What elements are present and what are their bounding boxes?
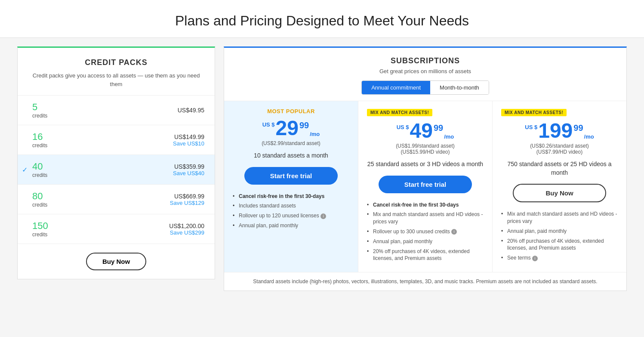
credit-packs-panel: CREDIT PACKS Credit packs give you acces… — [17, 46, 215, 279]
feature-item: Cancel risk-free in the first 30-days — [367, 200, 484, 210]
credit-packs-subtitle: Credit packs give you access to all asse… — [26, 71, 206, 88]
plan-popular-cta-button[interactable]: Start free trial — [244, 167, 338, 185]
price-main: 29 — [276, 118, 299, 139]
info-icon[interactable]: i — [451, 229, 457, 235]
credit-price: US$359.99 — [173, 163, 204, 170]
info-icon[interactable]: i — [320, 213, 326, 219]
feature-item: Includes standard assets — [233, 201, 349, 211]
credit-amount: 16 credits — [28, 131, 47, 148]
credit-save: Save US$40 — [173, 170, 204, 176]
plan-col-popular: MOST POPULAR US $ 29 99 /mo (US$2.99/sta… — [224, 101, 358, 272]
features-list: Cancel risk-free in the first 30-daysInc… — [233, 192, 349, 231]
price-line: US $ 199 99 /mo — [501, 121, 618, 141]
plan-description: 10 standard assets a month — [233, 151, 349, 160]
credit-row-150[interactable]: 150 credits US$1,200.00 Save US$299 — [18, 214, 215, 244]
feature-item: Annual plan, paid monthly — [367, 237, 484, 247]
credit-price: US$1,200.00 — [169, 223, 204, 229]
price-block: US $ 29 99 /mo — [233, 118, 349, 139]
credit-row-40[interactable]: ✓ 40 credits US$359.99 Save US$40 — [18, 155, 215, 185]
credit-label: credits — [32, 172, 47, 178]
feature-item: Mix and match standard assets and HD vid… — [367, 210, 484, 227]
price-main: 199 — [538, 121, 573, 141]
feature-item: 20% off purchases of 4K videos, extended… — [501, 236, 618, 254]
subscriptions-title: SUBSCRIPTIONS — [233, 56, 618, 65]
credit-label: credits — [32, 232, 48, 238]
credit-price-block: US$359.99 Save US$40 — [173, 163, 204, 176]
feature-item: See terms i — [501, 253, 618, 263]
price-main: 49 — [410, 121, 433, 141]
credit-save: Save US$299 — [169, 229, 204, 236]
credit-price: US$669.99 — [170, 193, 204, 200]
feature-item: Annual plan, paid monthly — [233, 221, 349, 231]
info-icon[interactable]: i — [532, 256, 538, 261]
plan-col-large: MIX AND MATCH ASSETS! US $ 199 99 /mo (U… — [493, 101, 626, 272]
mix-match-badge: MIX AND MATCH ASSETS! — [501, 109, 567, 116]
subscriptions-panel: SUBSCRIPTIONS Get great prices on millio… — [224, 46, 627, 291]
plan-description: 750 standard assets or 25 HD videos a mo… — [501, 160, 618, 177]
feature-item: Annual plan, paid monthly — [501, 226, 618, 236]
price-us: US $ — [397, 124, 409, 130]
subscriptions-header: SUBSCRIPTIONS Get great prices on millio… — [224, 48, 626, 101]
price-per: /mo — [310, 131, 320, 137]
credit-price-block: US$1,200.00 Save US$299 — [169, 223, 204, 236]
credit-row-5[interactable]: 5 credits US$49.95 — [18, 96, 215, 125]
price-us: US $ — [525, 124, 537, 130]
plan-mid-cta-button[interactable]: Start free trial — [379, 176, 472, 193]
feature-item: Cancel risk-free in the first 30-days — [233, 192, 349, 201]
credit-save: Save US$129 — [170, 200, 204, 206]
price-line: US $ 49 99 /mo — [367, 121, 484, 141]
price-us: US $ — [262, 121, 275, 128]
price-per: /mo — [444, 133, 454, 140]
plan-large-cta-button[interactable]: Buy Now — [513, 184, 606, 202]
credit-packs-header: CREDIT PACKS Credit packs give you acces… — [18, 48, 215, 96]
feature-item: 20% off purchases of 4K videos, extended… — [367, 247, 484, 264]
most-popular-label: MOST POPULAR — [233, 108, 349, 114]
subscription-tab-bar: Annual commitmentMonth-to-month — [361, 80, 489, 95]
subscriptions-subtitle: Get great prices on millions of assets — [233, 68, 618, 74]
credit-number: 5 — [32, 102, 47, 113]
credit-packs-buy-button[interactable]: Buy Now — [86, 253, 146, 270]
feature-item: Mix and match standard assets and HD vid… — [501, 209, 618, 226]
checkmark-icon: ✓ — [22, 166, 28, 174]
credit-price: US$49.95 — [178, 107, 204, 114]
price-sub: (US$1.99/standard asset)(US$15.99/HD vid… — [367, 143, 484, 155]
page-title: Plans and Pricing Designed to Meet Your … — [0, 0, 644, 37]
price-line: US $ 29 99 /mo — [233, 118, 349, 139]
footer-note: Standard assets include (high-res) photo… — [224, 272, 626, 291]
credit-packs-title: CREDIT PACKS — [26, 58, 206, 67]
price-cents: 99 — [434, 123, 443, 133]
price-block: US $ 49 99 /mo — [367, 121, 484, 141]
credit-row-16[interactable]: 16 credits US$149.99 Save US$10 — [18, 125, 215, 155]
price-sub: (US$2.99/standard asset) — [233, 140, 349, 146]
mix-match-badge: MIX AND MATCH ASSETS! — [367, 109, 432, 116]
credit-amount: 40 credits — [28, 161, 47, 178]
tab-annual[interactable]: Annual commitment — [362, 81, 430, 94]
credit-amount: 150 credits — [28, 220, 48, 238]
price-block: US $ 199 99 /mo — [501, 121, 618, 141]
credit-number: 80 — [32, 191, 47, 202]
feature-item: Rollover up to 120 unused licenses i — [233, 211, 349, 221]
credit-label: credits — [32, 142, 47, 148]
credit-price-block: US$49.95 — [178, 107, 204, 114]
credit-number: 16 — [32, 131, 47, 142]
price-sub: (US$0.26/standard asset)(US$7.99/HD vide… — [501, 143, 618, 155]
credit-amount: 5 credits — [28, 102, 47, 119]
tab-monthly[interactable]: Month-to-month — [430, 81, 489, 94]
credit-number: 150 — [32, 220, 48, 232]
credit-save: Save US$10 — [173, 140, 204, 147]
credit-label: credits — [32, 113, 47, 119]
credit-row-80[interactable]: 80 credits US$669.99 Save US$129 — [18, 185, 215, 214]
credit-label: credits — [32, 202, 47, 208]
credit-price-block: US$669.99 Save US$129 — [170, 193, 204, 206]
feature-item: Rollover up to 300 unused credits i — [367, 227, 484, 237]
credit-number: 40 — [32, 161, 47, 172]
plan-description: 25 standard assets or 3 HD videos a mont… — [367, 160, 484, 169]
credit-rows: 5 credits US$49.95 16 credits US$149.99 … — [18, 96, 215, 244]
features-list: Cancel risk-free in the first 30-daysMix… — [367, 200, 484, 264]
price-cents: 99 — [573, 123, 583, 133]
credit-price: US$149.99 — [173, 133, 204, 140]
credit-price-block: US$149.99 Save US$10 — [173, 133, 204, 147]
plan-col-mid: MIX AND MATCH ASSETS! US $ 49 99 /mo (US… — [358, 101, 493, 272]
price-per: /mo — [584, 133, 594, 140]
price-cents: 99 — [299, 121, 309, 130]
